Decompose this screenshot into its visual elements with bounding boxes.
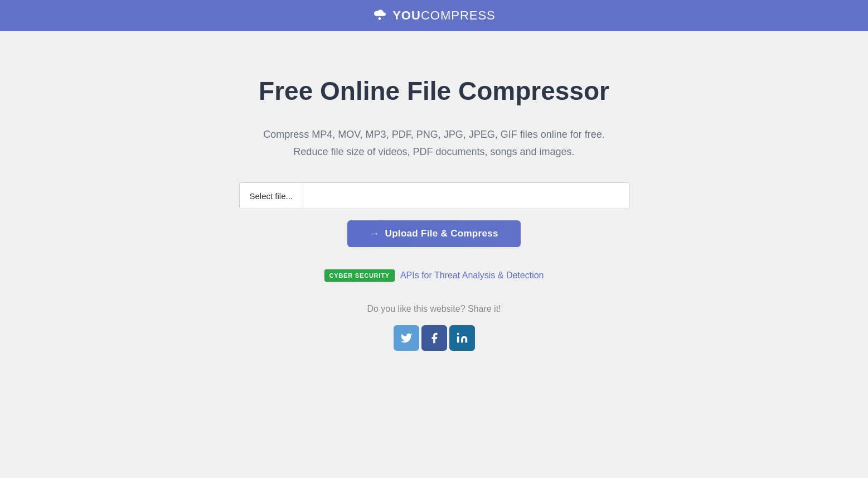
twitter-share-button[interactable] (394, 325, 419, 351)
svg-marker-0 (378, 17, 381, 20)
cyber-security-badge: CYBER SECURITY (324, 269, 395, 282)
linkedin-share-button[interactable] (449, 325, 475, 351)
upload-compress-button[interactable]: → Upload File & Compress (347, 220, 520, 247)
subtitle-line2: Reduce file size of videos, PDF document… (263, 143, 605, 161)
brand-you: YOU (392, 8, 421, 22)
cyber-security-row: CYBER SECURITY APIs for Threat Analysis … (324, 269, 544, 282)
subtitle-line1: Compress MP4, MOV, MP3, PDF, PNG, JPG, J… (263, 126, 605, 143)
subtitle-block: Compress MP4, MOV, MP3, PDF, PNG, JPG, J… (263, 126, 605, 160)
cloud-upload-icon (372, 8, 387, 23)
header: YOUCOMPRESS (0, 0, 868, 31)
svg-point-1 (457, 333, 459, 335)
main-content: Free Online File Compressor Compress MP4… (0, 31, 868, 384)
cyber-security-link[interactable]: APIs for Threat Analysis & Detection (400, 271, 544, 281)
upload-compress-label: Upload File & Compress (385, 228, 498, 239)
select-file-button[interactable]: Select file... (240, 183, 304, 209)
social-buttons (394, 325, 475, 351)
facebook-share-button[interactable] (421, 325, 447, 351)
share-text: Do you like this website? Share it! (367, 304, 501, 314)
page-title: Free Online File Compressor (259, 76, 609, 106)
brand-name: YOUCOMPRESS (392, 8, 496, 23)
file-input-row: Select file... (239, 182, 629, 209)
arrow-right-icon: → (370, 228, 379, 239)
brand-compress: COMPRESS (421, 8, 496, 22)
file-name-display[interactable] (303, 183, 628, 209)
